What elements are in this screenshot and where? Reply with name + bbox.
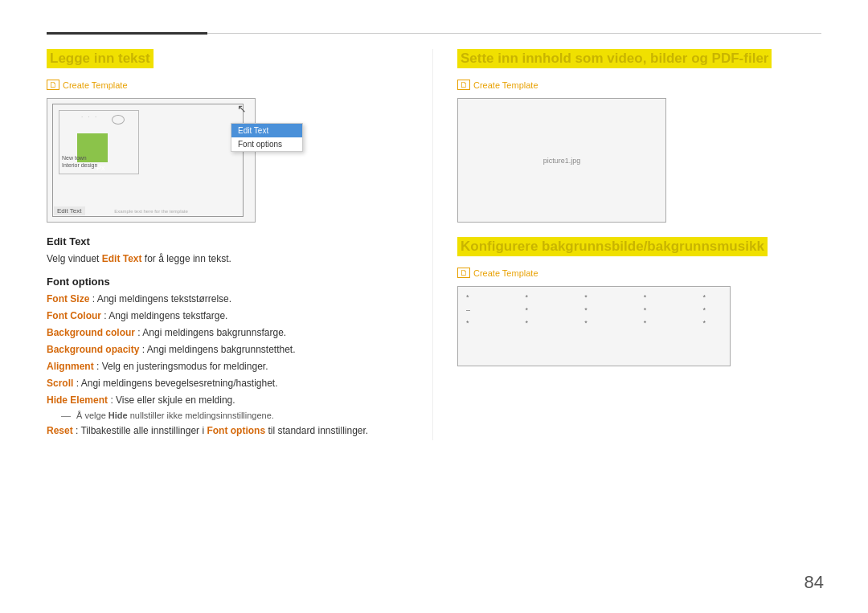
create-template-label[interactable]: Create Template [63,80,128,90]
bg-cell-r1c4: * [644,293,663,301]
left-column: Legge inn tekst 🗋 Create Template · · · [47,49,432,440]
right-top-heading: Sette inn innhold som video, bilder og P… [457,49,772,68]
bg-heading: Konfigurere bakgrunnsbilde/bakgrunnsmusi… [457,237,768,256]
bg-cell-r3c5: * [702,319,722,327]
hide-element-text: : Vise eller skjule en melding. [110,394,235,406]
create-template-top-left[interactable]: 🗋 Create Template [47,80,408,90]
px-label: Px [96,164,105,172]
edit-text-title: Edit Text [47,235,408,247]
doc-icon-right-top: 🗋 [457,80,470,90]
alignment-text: : Velg en justeringsmodus for meldinger. [96,361,268,372]
bg-opacity-text: : Angi meldingens bakgrunnstetthet. [142,344,296,355]
bg-cell-r1c2: * [526,293,545,301]
hide-element-key: Hide Element [47,394,108,406]
bg-opacity-key: Background opacity [47,344,139,355]
context-menu-font-options[interactable]: Font options [231,137,302,151]
bg-row-2: – * * * * [466,306,722,314]
template-preview-box: · · · Px ↖ New town Interior design [47,98,256,223]
font-colour-line: Font Colour : Angi meldingens tekstfarge… [47,309,408,323]
page-container: Legge inn tekst 🗋 Create Template · · · [0,0,868,613]
media-preview-box: picture1.jpg [457,98,666,223]
media-filename: picture1.jpg [543,157,581,165]
bg-colour-line: Background colour : Angi meldingens bakg… [47,325,408,340]
bg-colour-key: Background colour [47,327,135,338]
page-number: 84 [805,572,824,593]
scroll-line: Scroll : Angi meldingens bevegelsesretni… [47,376,408,390]
doc-icon: 🗋 [47,80,59,90]
reset-key: Reset [47,425,73,436]
alignment-key: Alignment [47,361,94,372]
rule-right [207,33,821,34]
bg-cell-r3c4: * [644,319,663,327]
bg-row-3: * * * * * [466,319,722,327]
indented-text-start: Å velge [76,411,108,420]
top-rules [47,32,821,35]
doc-icon-right-bottom: 🗋 [457,268,470,278]
edit-text-small-label: Edit Text [54,206,85,215]
bg-cell-r3c3: * [584,319,604,327]
bg-cell-r2c4: * [644,306,663,314]
reset-suffix: til standard innstillinger. [268,425,368,436]
bg-cell-r1c5: * [702,293,722,301]
alignment-line: Alignment : Velg en justeringsmodus for … [47,359,408,374]
bg-cell-r2c5: * [702,306,722,314]
create-template-bottom-right[interactable]: 🗋 Create Template [457,268,821,278]
preview-inner: · · · Px ↖ New town Interior design [47,99,255,222]
edit-text-highlight: Edit Text [102,253,142,264]
two-col-layout: Legge inn tekst 🗋 Create Template · · · [47,49,821,440]
bg-colour-text: : Angi meldingens bakgrunnsfarge. [137,327,286,338]
edit-text-desc: Velg vinduet Edit Text for å legge inn t… [47,251,408,266]
edit-text-desc-end: for å legge inn tekst. [145,253,231,264]
bg-cell-r3c2: * [526,319,545,327]
font-size-text: : Angi meldingens tekststørrelse. [92,293,231,304]
hide-bold: Hide [108,411,128,420]
right-column: Sette inn innhold som video, bilder og P… [432,49,821,440]
bg-cell-r1c3: * [584,293,604,301]
bg-grid-preview: * * * * * – * * * * [457,286,731,366]
font-options-title: Font options [47,276,408,288]
bg-grid-content: * * * * * – * * * * [466,293,722,359]
create-template-top-right[interactable]: 🗋 Create Template [457,80,821,90]
reset-line: Reset : Tilbakestille alle innstillinger… [47,423,408,438]
edit-text-desc-start: Velg vinduet [47,253,99,264]
reset-text: : Tilbakestille alle innstillinger i [76,425,207,436]
font-size-key: Font Size [47,293,89,304]
bg-cell-r2c1: – [466,306,485,314]
bg-row-1: * * * * * [466,293,722,301]
hide-element-line: Hide Element : Vise eller skjule en meld… [47,393,408,407]
preview-cursor-icon: ↖ [237,102,247,115]
create-template-label-bottom[interactable]: Create Template [473,268,538,278]
bg-cell-r3c1: * [466,319,485,327]
left-heading: Legge inn tekst [47,49,154,68]
font-options-highlight: Font options [207,425,265,436]
bg-opacity-line: Background opacity : Angi meldingens bak… [47,342,408,357]
preview-text-line1: New town [62,155,87,161]
create-template-label-top[interactable]: Create Template [473,80,538,90]
font-colour-text: : Angi meldingens tekstfarge. [104,310,227,321]
bg-cell-r2c3: * [584,306,604,314]
context-menu: Edit Text Font options [231,123,303,152]
indented-note: Å velge Hide nullstiller ikke meldingsin… [47,411,408,420]
font-size-line: Font Size : Angi meldingens tekststørrel… [47,292,408,306]
bg-cell-r2c2: * [526,306,545,314]
bg-cell-r1c1: * [466,293,485,301]
scroll-key: Scroll [47,378,73,389]
indented-text-end: nullstiller ikke meldingsinnstillingene. [130,411,274,420]
bg-section: Konfigurere bakgrunnsbilde/bakgrunnsmusi… [457,237,821,366]
scroll-text: : Angi meldingens bevegelsesretning/hast… [76,378,278,389]
preview-text-line2: Interior design [62,162,97,168]
context-menu-edit-text[interactable]: Edit Text [231,124,302,137]
font-colour-key: Font Colour [47,310,101,321]
rule-left [47,32,207,35]
